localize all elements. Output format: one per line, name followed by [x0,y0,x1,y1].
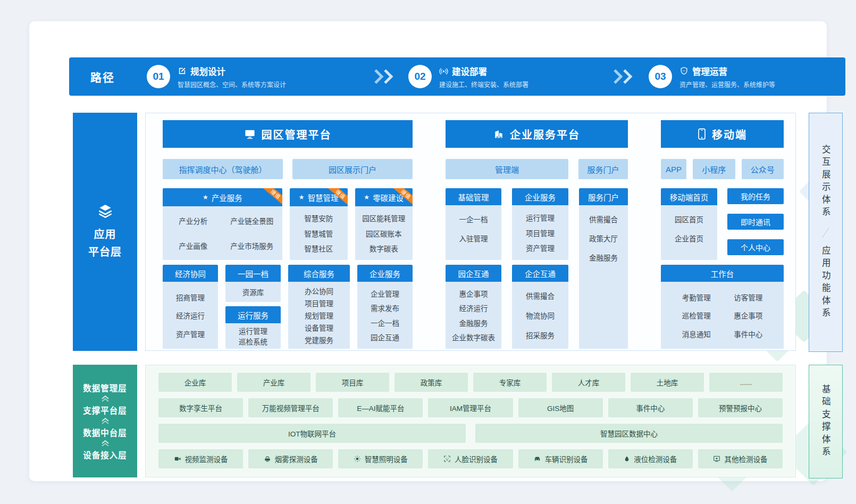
database-box: 项目库 [316,373,389,392]
step-title: 管理运营 [692,65,727,78]
module-item: 需求发布 [371,303,399,313]
card-item: 产业分析 [179,215,207,226]
database-box: 产业库 [237,373,310,392]
light-icon [354,455,361,463]
module-item: 办公协同 [305,285,333,296]
device-box: 智慧照明设备 [338,449,423,468]
module-service-portal: 服务门户 供需撮合 政策大厅 金融服务 [579,188,628,349]
module-item: 经济运行 [176,310,205,321]
mobile-header: 移动端 [661,120,784,148]
park-platform-header: 园区管理平台 [163,120,413,148]
value-card-zero-carbon: ★ 零碳建设 增值 园区能耗管理 园区碳账本 数字碳表 [355,188,413,260]
portal-chip: 服务门户 [578,159,628,179]
card-item: 产业链全景图 [230,215,273,226]
star-icon: ★ [299,194,305,200]
device-icon [713,455,720,463]
smart-park-architecture-diagram: 路径 01 规划设计 智慧园区概念、空间、系统等方案设计 02 [0,0,856,504]
device-box: 人脸识别设备 [428,449,513,468]
module-title: 运行服务 [225,306,281,323]
shield-icon [679,66,689,75]
module-item: 企业首页 [675,233,703,243]
data-middle-platform-row: IOT物联网平台 智慧园区数据中心 [158,424,783,443]
face-icon [443,455,451,463]
module-item: 企业管理 [371,288,399,299]
enterprise-platform-header: 企业服务平台 [446,120,628,148]
card-item: 产业市场服务 [230,240,273,251]
module-enterprise-services: 企业服务 运行管理 项目管理 资产管理 [512,188,568,260]
module-item: 惠企事项 [734,310,762,321]
device-box: 视频监测设备 [158,449,243,468]
module-title: 移动端首页 [661,188,717,205]
double-chevron-up-icon [100,395,110,402]
path-bar: 路径 01 规划设计 智慧园区概念、空间、系统等方案设计 02 [69,57,845,96]
module-item: 资产管理 [176,329,205,339]
mobile-shortcut-instant-messaging: 即时通讯 [727,214,784,230]
module-item: 项目管理 [526,228,555,238]
platform-box: 数字孪生平台 [158,398,243,417]
layer-label: 数据管理层 [83,382,127,393]
card-item: 智慧安防 [304,213,333,223]
support-platform-row: 数字孪生平台 万能视频管理平台 E—AI赋能平台 IAM管理平台 GIS地图 事… [158,398,783,417]
enterprise-service-platform-group: 企业服务平台 管理端 服务门户 基础管理 一企一档 入驻管理 企业 [446,120,628,349]
step-subtitle: 资产管理、运营服务、系统维护等 [679,80,775,89]
step-number-badge: 01 [147,65,170,88]
rail-label: 基础支撑体系 [821,384,830,459]
module-enterprise-service: 企业服务 企业管理 需求发布 一企一档 园企互通 [357,265,413,349]
device-box: 液位检测设备 [608,449,693,468]
card-item: 数字碳表 [370,243,398,254]
module-item: 事件中心 [734,329,762,339]
portal-chip: 管理端 [446,159,568,179]
module-item: 设备管理 [305,322,333,333]
platform-title: 园区管理平台 [262,127,332,142]
star-icon: ★ [203,194,208,200]
layers-icon [97,203,114,220]
smartphone-icon [698,128,706,140]
rail-label: 交互展示体系 [821,145,830,220]
data-layers-rail: 数据管理层 支撑平台层 数据中台层 设备接入层 [73,365,137,477]
module-item: 入驻管理 [459,233,488,243]
platform-box: 万能视频管理平台 [248,398,333,417]
module-title: 园企互通 [446,265,501,282]
device-box: 车辆识别设备 [518,449,603,468]
device-label: 烟雾探测设备 [275,453,318,464]
module-item: 政策大厅 [589,233,618,243]
module-item: 消息通知 [682,329,711,339]
monitor-icon [244,129,256,139]
value-added-ribbon: 增值 [262,188,282,206]
portal-chip: 指挥调度中心（驾驶舱） [163,159,283,179]
database-box: 人才库 [552,373,625,392]
platform-box: IOT物联网平台 [158,424,466,443]
double-chevron-up-icon [100,417,110,425]
module-item: 规划管理 [305,310,333,321]
droplet-icon [624,455,630,463]
module-operation-service: 运行服务 运行管理 巡检系统 [225,306,281,349]
platform-box: IAM管理平台 [428,398,513,417]
module-item: 园企互通 [371,332,399,342]
module-item: 惠企事项 [459,288,488,299]
foundation-panel: 企业库 产业库 项目库 政策库 专家库 人才库 土地库 ...... 数字孪生平… [145,365,796,477]
platform-box: 预警预报中心 [698,398,783,417]
module-title: 一园一档 [225,265,281,282]
module-title: 工作台 [661,265,784,282]
double-chevron-right-icon [373,69,397,84]
card-item: 智慧社区 [304,243,333,254]
module-title: 服务门户 [579,188,628,205]
diagram-canvas: 路径 01 规划设计 智慧园区概念、空间、系统等方案设计 02 [29,21,827,481]
module-item: 项目管理 [305,298,333,308]
car-icon [533,455,541,463]
layer-label: 数据中台层 [83,426,127,438]
module-item: 考勤管理 [682,292,711,303]
interaction-application-rail: 交互展示体系 应用功能体系 [809,113,843,352]
star-icon: ★ [364,194,370,200]
module-basic-management: 基础管理 一企一档 入驻管理 [446,188,501,260]
device-label: 液位检测设备 [634,453,677,464]
mobile-shortcut-my-tasks: 我的任务 [727,188,784,204]
platform-title: 移动端 [712,127,747,142]
database-box: 政策库 [395,373,468,392]
platform-box: GIS地图 [518,398,603,417]
device-box: 其他检测设备 [698,449,783,468]
module-item: 园区首页 [675,214,703,224]
mobile-shortcut-personal-center: 个人中心 [727,239,784,255]
module-item: 一企一档 [459,214,488,224]
foundation-support-rail: 基础支撑体系 [809,365,843,478]
